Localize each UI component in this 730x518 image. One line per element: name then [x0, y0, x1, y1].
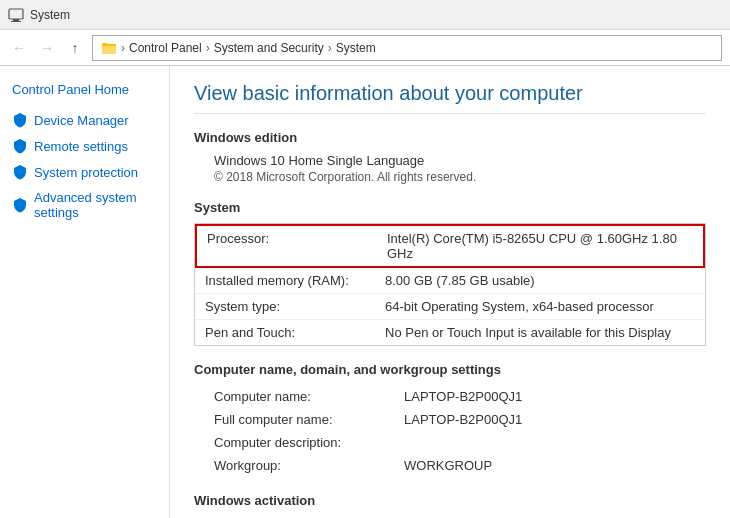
- forward-button[interactable]: →: [36, 37, 58, 59]
- path-controlpanel[interactable]: Control Panel: [129, 41, 202, 55]
- computer-name-section: Computer name, domain, and workgroup set…: [194, 362, 706, 477]
- description-label: Computer description:: [214, 435, 404, 450]
- system-section-title: System: [194, 200, 706, 215]
- fullname-value: LAPTOP-B2P00QJ1: [404, 412, 522, 427]
- up-button[interactable]: ↑: [64, 37, 86, 59]
- processor-label: Processor:: [207, 231, 387, 246]
- address-path: › Control Panel › System and Security › …: [92, 35, 722, 61]
- system-row-type: System type: 64-bit Operating System, x6…: [195, 294, 705, 320]
- fullname-label: Full computer name:: [214, 412, 404, 427]
- folder-icon: [101, 40, 117, 56]
- system-row-ram: Installed memory (RAM): 8.00 GB (7.85 GB…: [195, 268, 705, 294]
- computername-value: LAPTOP-B2P00QJ1: [404, 389, 522, 404]
- activation-section: Windows activation Windows is activated …: [194, 493, 706, 518]
- type-label: System type:: [205, 299, 385, 314]
- ram-label: Installed memory (RAM):: [205, 273, 385, 288]
- back-button[interactable]: ←: [8, 37, 30, 59]
- computer-name-section-title: Computer name, domain, and workgroup set…: [194, 362, 706, 377]
- edition-section-title: Windows edition: [194, 130, 706, 145]
- shield-icon-1: [12, 138, 28, 154]
- edition-name: Windows 10 Home Single Language: [194, 153, 706, 168]
- system-section: System Processor: Intel(R) Core(TM) i5-8…: [194, 200, 706, 346]
- system-table: Processor: Intel(R) Core(TM) i5-8265U CP…: [194, 223, 706, 346]
- main-container: Control Panel Home Device Manager Remote…: [0, 66, 730, 518]
- edition-copyright: © 2018 Microsoft Corporation. All rights…: [194, 170, 706, 184]
- info-row-computername: Computer name: LAPTOP-B2P00QJ1: [194, 385, 706, 408]
- sidebar-label-system-protection: System protection: [34, 165, 138, 180]
- sidebar: Control Panel Home Device Manager Remote…: [0, 66, 170, 518]
- svg-rect-0: [9, 9, 23, 19]
- sidebar-label-remote-settings: Remote settings: [34, 139, 128, 154]
- shield-icon-2: [12, 164, 28, 180]
- pen-label: Pen and Touch:: [205, 325, 385, 340]
- system-icon: [8, 7, 24, 23]
- workgroup-label: Workgroup:: [214, 458, 404, 473]
- computername-label: Computer name:: [214, 389, 404, 404]
- sidebar-label-device-manager: Device Manager: [34, 113, 129, 128]
- activation-section-title: Windows activation: [194, 493, 706, 508]
- type-value: 64-bit Operating System, x64-based proce…: [385, 299, 695, 314]
- address-bar: ← → ↑ › Control Panel › System and Secur…: [0, 30, 730, 66]
- workgroup-value: WORKGROUP: [404, 458, 492, 473]
- pen-value: No Pen or Touch Input is available for t…: [385, 325, 695, 340]
- windows-edition-section: Windows edition Windows 10 Home Single L…: [194, 130, 706, 184]
- sidebar-item-system-protection[interactable]: System protection: [0, 159, 169, 185]
- shield-icon-3: [12, 197, 28, 213]
- computer-name-table: Computer name: LAPTOP-B2P00QJ1 Full comp…: [194, 385, 706, 477]
- ram-value: 8.00 GB (7.85 GB usable): [385, 273, 695, 288]
- content-area: View basic information about your comput…: [170, 66, 730, 518]
- page-title: View basic information about your comput…: [194, 82, 706, 114]
- system-row-processor: Processor: Intel(R) Core(TM) i5-8265U CP…: [195, 224, 705, 268]
- svg-rect-2: [11, 21, 21, 22]
- info-row-fullname: Full computer name: LAPTOP-B2P00QJ1: [194, 408, 706, 431]
- path-system[interactable]: System: [336, 41, 376, 55]
- sidebar-item-device-manager[interactable]: Device Manager: [0, 107, 169, 133]
- svg-rect-1: [13, 19, 19, 21]
- processor-value: Intel(R) Core(TM) i5-8265U CPU @ 1.60GHz…: [387, 231, 693, 261]
- info-row-workgroup: Workgroup: WORKGROUP: [194, 454, 706, 477]
- shield-icon-0: [12, 112, 28, 128]
- info-row-description: Computer description:: [194, 431, 706, 454]
- path-systemsecurity[interactable]: System and Security: [214, 41, 324, 55]
- title-bar: System: [0, 0, 730, 30]
- sidebar-label-advanced-settings: Advanced system settings: [34, 190, 157, 220]
- sidebar-item-remote-settings[interactable]: Remote settings: [0, 133, 169, 159]
- sidebar-item-advanced-settings[interactable]: Advanced system settings: [0, 185, 169, 225]
- title-bar-text: System: [30, 8, 70, 22]
- sidebar-home[interactable]: Control Panel Home: [0, 78, 169, 107]
- system-row-pen: Pen and Touch: No Pen or Touch Input is …: [195, 320, 705, 345]
